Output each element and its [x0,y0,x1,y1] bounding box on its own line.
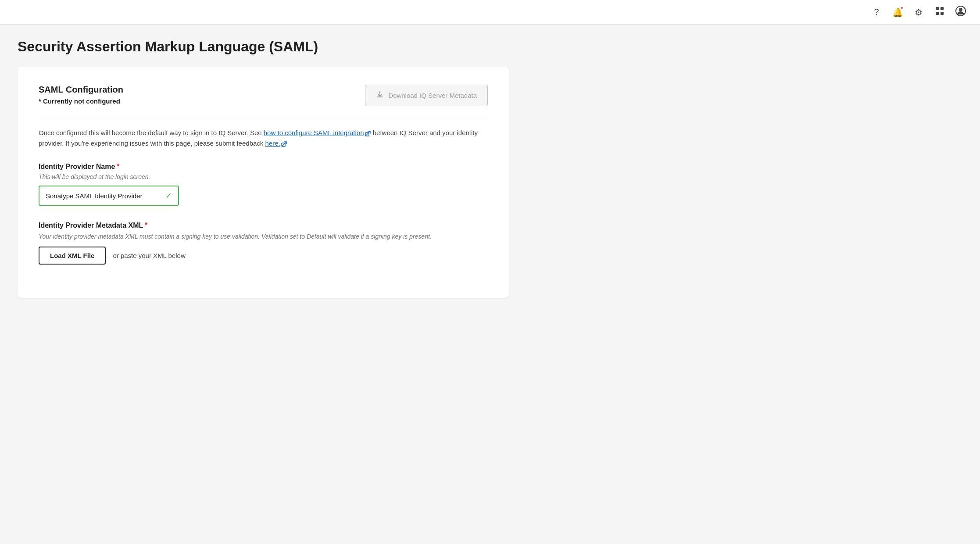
card-title-section: SAML Configuration * Currently not confi… [39,85,123,105]
identity-provider-name-label: Identity Provider Name * [39,163,488,171]
svg-rect-1 [941,7,944,10]
card-header: SAML Configuration * Currently not confi… [39,85,488,106]
svg-point-5 [959,8,962,11]
svg-rect-3 [941,12,944,15]
not-configured-text: * Currently not configured [39,97,123,105]
notifications-button[interactable]: 🔔 [889,4,906,21]
top-navigation: ? 🔔 ⚙ [0,0,980,25]
load-xml-label: Load XML File [50,252,94,259]
account-button[interactable] [952,4,969,21]
identity-provider-name-input[interactable] [46,192,162,200]
divider [39,117,488,117]
paste-xml-label: or paste your XML below [113,252,185,259]
settings-button[interactable]: ⚙ [910,4,927,21]
help-icon: ? [874,7,879,17]
feedback-link[interactable]: here. [265,140,280,147]
download-iq-server-metadata-button[interactable]: Download IQ Server Metadata [365,85,488,106]
identity-provider-metadata-xml-section: Identity Provider Metadata XML * Your id… [39,222,488,265]
account-icon [955,6,966,18]
identity-provider-metadata-xml-label: Identity Provider Metadata XML * [39,222,488,229]
identity-provider-name-input-wrapper: ✓ [39,186,179,206]
main-content: Security Assertion Markup Language (SAML… [0,25,526,312]
section-title: SAML Configuration [39,85,123,95]
load-xml-file-button[interactable]: Load XML File [39,247,106,265]
identity-provider-metadata-xml-hint: Your identity provider metadata XML must… [39,232,488,241]
download-icon [376,90,384,100]
apps-icon [935,7,944,18]
external-link-icon-1 [365,130,371,136]
required-star-xml: * [145,222,147,229]
required-star-name: * [117,163,119,171]
svg-rect-2 [936,12,939,15]
apps-button[interactable] [931,4,948,21]
external-link-icon-2 [281,141,287,147]
svg-rect-0 [936,7,939,10]
gear-icon: ⚙ [915,7,923,18]
check-icon: ✓ [165,191,172,200]
notification-dot [900,6,904,10]
identity-provider-name-section: Identity Provider Name * This will be di… [39,163,488,206]
saml-configuration-card: SAML Configuration * Currently not confi… [18,67,509,298]
download-button-label: Download IQ Server Metadata [388,92,477,99]
saml-integration-link[interactable]: how to configure SAML integration [264,129,364,136]
page-title: Security Assertion Markup Language (SAML… [18,39,509,55]
description-text: Once configured this will become the def… [39,128,488,149]
load-xml-row: Load XML File or paste your XML below [39,247,488,265]
identity-provider-name-hint: This will be displayed at the login scre… [39,173,488,180]
help-button[interactable]: ? [868,4,885,21]
